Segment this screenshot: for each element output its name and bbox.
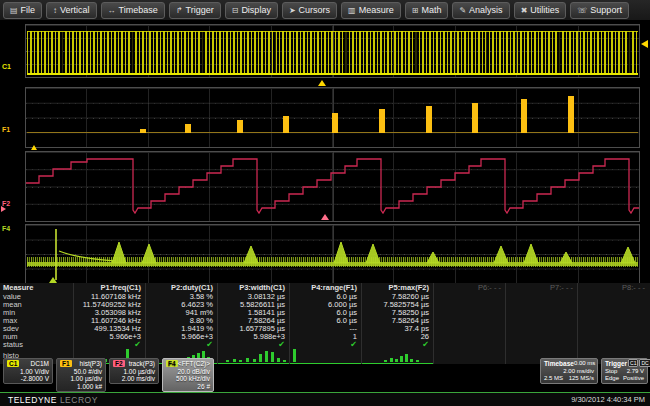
c1-trace-label[interactable]: C1 xyxy=(2,63,11,70)
histo-bars xyxy=(290,349,361,362)
f2-trigger-marker[interactable] xyxy=(321,214,329,220)
f4-scale1: 20.0 dB/div xyxy=(166,368,210,376)
param-header[interactable]: P8:- - - xyxy=(578,283,649,293)
menu-label: Math xyxy=(421,5,441,15)
measure-col-p4: P4:range(F1) 6.0 µs 6.000 µs 6.0 µs 6.0 … xyxy=(289,283,361,364)
datetime: 9/30/2012 4:40:34 PM xyxy=(571,395,645,404)
menu-label: Support xyxy=(590,5,622,15)
menu-vertical[interactable]: ↕Vertical xyxy=(46,2,97,19)
menu-label: Timebase xyxy=(119,5,158,15)
menu-timebase[interactable]: ↔Timebase xyxy=(101,2,165,19)
timebase-title: Timebase xyxy=(544,360,574,368)
status-check-icon: ✔ xyxy=(146,341,217,349)
c1-tab: C1 xyxy=(7,360,19,367)
menu-file[interactable]: ▤File xyxy=(3,2,42,19)
measure-col-p3: P3:width(C1) 3.08132 µs 5.5826611 µs 1.5… xyxy=(217,283,289,364)
trigger-mode: Stop xyxy=(605,368,617,376)
f4-descriptor-box-selected[interactable]: F4<FFT(C2)> 20.0 dB/div 500 kHz/div 26 # xyxy=(162,358,214,392)
f2-scale2: 2.00 ms/div xyxy=(113,375,155,383)
histicon-p3 xyxy=(218,349,289,364)
f1-scale1: 50.0 #/div xyxy=(60,368,102,376)
file-icon: ▤ xyxy=(10,6,18,15)
f1-trace-label[interactable]: F1 xyxy=(2,126,10,133)
f2-scale1: 1.00 µs/div xyxy=(113,368,155,376)
grid-f2 xyxy=(25,151,640,222)
menu-math[interactable]: ⊞Math xyxy=(405,2,449,19)
menu-utilities[interactable]: ✖Utilities xyxy=(514,2,567,19)
timebase-offset: 0.00 ms xyxy=(574,360,595,368)
status-check-icon: ✔ xyxy=(362,341,433,349)
f4-function: <FFT(C2)> xyxy=(178,360,210,368)
brand-lecroy: LECROY xyxy=(60,395,98,405)
f1-scale2: 1.00 µs/div xyxy=(60,375,102,383)
analysis-icon: ✎ xyxy=(459,6,466,15)
menu-label: Trigger xyxy=(185,5,213,15)
trigger-title: Trigger xyxy=(605,360,627,368)
measure-col-p6: P6:- - - xyxy=(433,283,505,364)
measure-col-p1: P1:freq(C1) 11.607168 kHz 11.57409252 kH… xyxy=(73,283,145,364)
menu-label: Vertical xyxy=(60,5,90,15)
c1-offset: -2.8000 V xyxy=(7,375,49,383)
menu-analysis[interactable]: ✎Analysis xyxy=(452,2,509,19)
status-check-icon: ✔ xyxy=(74,341,145,349)
trigger-slope: Positive xyxy=(623,375,644,383)
grid-c1 xyxy=(25,24,640,78)
f2-trace xyxy=(26,152,639,221)
measure-icon: ▥ xyxy=(348,6,356,15)
c1-trigger-level-marker[interactable] xyxy=(641,40,648,48)
menu-bar: ▤File ↕Vertical ↔Timebase ↱Trigger ⊟Disp… xyxy=(0,0,650,20)
c1-descriptor-box[interactable]: C1DC1M 1.00 V/div -2.8000 V xyxy=(3,358,53,384)
cell: --- xyxy=(290,325,361,333)
menu-label: File xyxy=(21,5,36,15)
f1-marker[interactable] xyxy=(31,145,37,150)
grid-f4 xyxy=(25,224,640,284)
math-icon: ⊞ xyxy=(412,6,419,15)
display-icon: ⊟ xyxy=(232,6,239,15)
support-icon: ☏ xyxy=(577,6,587,15)
trigger-box[interactable]: TriggerC1DC Stop2.79 V EdgePositive xyxy=(601,358,648,384)
menu-label: Analysis xyxy=(469,5,503,15)
histo-bars xyxy=(362,349,433,362)
f1-descriptor-box[interactable]: F1hist(P3) 50.0 #/div 1.00 µs/div 1.000 … xyxy=(56,358,106,392)
timebase-scale: 2.00 ms/div xyxy=(563,368,594,376)
f1-scale3: 1.000 k# xyxy=(60,383,102,391)
f1-histogram-trace xyxy=(27,88,638,133)
vertical-icon: ↕ xyxy=(53,6,57,15)
menu-display[interactable]: ⊟Display xyxy=(225,2,278,19)
menu-label: Display xyxy=(241,5,271,15)
f2-level-marker[interactable] xyxy=(1,206,6,212)
f2-tab: F2 xyxy=(113,360,125,367)
utilities-icon: ✖ xyxy=(521,6,528,15)
menu-cursors[interactable]: ➤Cursors xyxy=(282,2,337,19)
param-header[interactable]: P7:- - - xyxy=(506,283,577,293)
row-label: status xyxy=(0,341,73,349)
menu-measure[interactable]: ▥Measure xyxy=(341,2,401,19)
c1-trace xyxy=(27,31,638,75)
timebase-record: 2.5 MS xyxy=(544,375,563,383)
menu-support[interactable]: ☏Support xyxy=(570,2,629,19)
measure-col-p2: P2:duty(C1) 3.58 % 6.4623 % 941 m% 8.80 … xyxy=(145,283,217,364)
oscilloscope-screen: ▤File ↕Vertical ↔Timebase ↱Trigger ⊟Disp… xyxy=(0,0,650,406)
menu-label: Utilities xyxy=(530,5,559,15)
menu-label: Cursors xyxy=(299,5,331,15)
c1-vdiv: 1.00 V/div xyxy=(7,368,49,376)
status-bar: TELEDYNELECROY 9/30/2012 4:40:34 PM xyxy=(0,392,650,406)
trigger-time-marker[interactable] xyxy=(318,80,326,86)
f2-function: track(P3) xyxy=(129,360,155,368)
status-check-icon: ✔ xyxy=(218,341,289,349)
measure-col-p7: P7:- - - xyxy=(505,283,577,364)
f2-descriptor-box[interactable]: F2track(P3) 1.00 µs/div 2.00 ms/div xyxy=(109,358,159,384)
f4-scale2: 500 kHz/div xyxy=(166,375,210,383)
menu-trigger[interactable]: ↱Trigger xyxy=(169,2,221,19)
trigger-type: Edge xyxy=(605,375,619,383)
histo-bars xyxy=(218,349,289,362)
f1-function: hist(P3) xyxy=(80,360,102,368)
f4-tab: F4 xyxy=(166,360,178,367)
timebase-box[interactable]: Timebase0.00 ms 2.00 ms/div 2.5 MS125 MS… xyxy=(540,358,598,384)
param-header[interactable]: P6:- - - xyxy=(434,283,505,293)
f1-tab: F1 xyxy=(60,360,72,367)
measure-row-labels: Measure value mean min max sdev num stat… xyxy=(0,283,73,364)
menu-label: Measure xyxy=(359,5,394,15)
trigger-icon: ↱ xyxy=(176,6,183,15)
f4-trace-label[interactable]: F4 xyxy=(2,225,10,232)
